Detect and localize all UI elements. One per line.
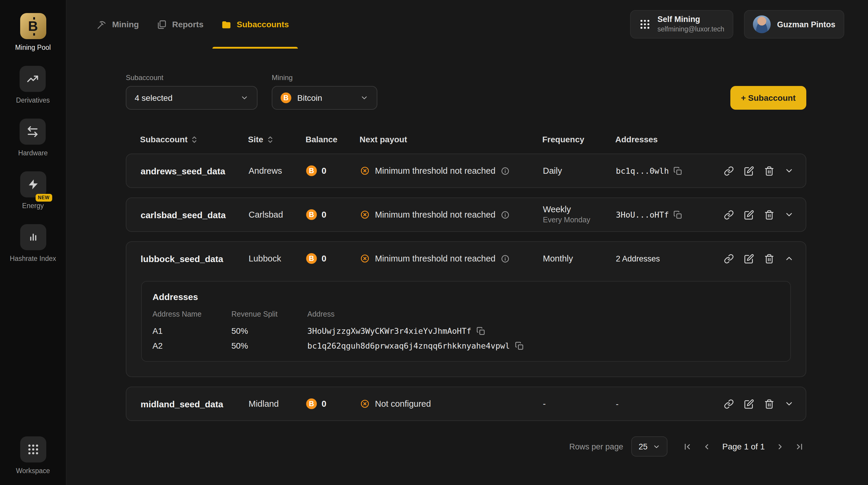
revenue-split: 50% — [231, 341, 307, 350]
next-page-button[interactable] — [773, 440, 787, 453]
sidebar: B Mining Pool Derivatives Hardware NEW E… — [0, 0, 66, 485]
edit-icon[interactable] — [744, 166, 754, 176]
filters-bar: Subaccount 4 selected Mining B Bitcoin — [126, 73, 806, 110]
trash-icon[interactable] — [764, 209, 774, 220]
avatar — [753, 15, 770, 33]
addresses-panel-title: Addresses — [153, 292, 780, 302]
header-site[interactable]: Site — [248, 135, 306, 144]
app-root: B Mining Pool Derivatives Hardware NEW E… — [0, 0, 868, 485]
address-name: A1 — [153, 326, 231, 335]
sort-icon[interactable] — [267, 135, 273, 144]
workspace-dots-icon — [639, 19, 651, 30]
last-page-button[interactable] — [793, 440, 806, 453]
payout-status: Not configured — [375, 399, 431, 409]
bitcoin-coin-icon: B — [306, 398, 317, 409]
workspace-dots-icon — [20, 437, 46, 462]
sidebar-item-label: Hashrate Index — [10, 255, 56, 262]
collapse-chevron-icon[interactable] — [784, 254, 794, 263]
subaccount-filter-select[interactable]: 4 selected — [126, 86, 257, 110]
info-icon[interactable] — [501, 254, 509, 263]
table-body: andrews_seed_data Andrews B0 Minimum thr… — [126, 154, 806, 421]
info-icon[interactable] — [501, 166, 509, 175]
subaccount-name: carlsbad_seed_data — [141, 209, 249, 220]
tab-label: Mining — [112, 20, 139, 29]
header-next-payout: Next payout — [360, 135, 542, 144]
link-icon[interactable] — [724, 254, 734, 263]
sidebar-item-label: Mining Pool — [15, 44, 51, 51]
user-name: Guzman Pintos — [777, 20, 835, 29]
previous-page-button[interactable] — [701, 440, 714, 453]
pickaxe-icon — [97, 19, 107, 29]
bitcoin-icon: B — [20, 13, 46, 39]
subaccount-name: lubbock_seed_data — [141, 254, 249, 263]
link-icon[interactable] — [724, 209, 734, 220]
sidebar-item-workspace[interactable]: Workspace — [16, 437, 50, 474]
sidebar-item-energy[interactable]: NEW Energy — [20, 171, 46, 209]
header-balance: Balance — [306, 135, 360, 144]
site-name: Midland — [249, 399, 306, 409]
rows-per-page-select[interactable]: 25 — [631, 437, 668, 457]
sidebar-item-hashrate-index[interactable]: Hashrate Index — [10, 224, 56, 262]
tab-mining[interactable]: Mining — [88, 0, 148, 48]
payout-status: Minimum threshold not reached — [375, 254, 495, 263]
copy-icon[interactable] — [674, 210, 683, 219]
sidebar-item-derivatives[interactable]: Derivatives — [16, 66, 50, 104]
addresses-panel: Addresses Address Name Revenue Split Add… — [141, 281, 791, 362]
address-full: bc1q262qguh8d6prwxaq6j4znqq6rhkknyahe4vp… — [307, 341, 510, 350]
top-nav: Mining Reports Subaccounts — [66, 0, 868, 48]
edit-icon[interactable] — [744, 209, 754, 220]
frequency: Weekly — [543, 204, 616, 216]
workspace-name: Self Mining — [657, 15, 724, 25]
payout-status: Minimum threshold not reached — [375, 166, 495, 175]
trash-icon[interactable] — [764, 254, 774, 263]
warning-circle-x-icon — [360, 166, 370, 175]
address-row: A2 50% bc1q262qguh8d6prwxaq6j4znqq6rhkkn… — [153, 341, 780, 350]
header-subaccount[interactable]: Subaccount — [140, 135, 248, 144]
panel-header-address: Address — [307, 310, 780, 318]
expand-chevron-icon[interactable] — [784, 399, 794, 409]
expand-chevron-icon[interactable] — [784, 166, 794, 175]
tab-subaccounts[interactable]: Subaccounts — [212, 0, 298, 48]
addresses-empty: - — [616, 399, 720, 408]
chevron-down-icon — [653, 443, 661, 450]
sidebar-item-mining-pool[interactable]: B Mining Pool — [15, 13, 51, 51]
header-addresses: Addresses — [615, 135, 719, 144]
page-indicator: Page 1 of 1 — [722, 442, 765, 451]
expand-chevron-icon[interactable] — [784, 210, 794, 219]
sidebar-item-hardware[interactable]: Hardware — [18, 119, 48, 157]
sidebar-item-label: Energy — [22, 202, 44, 209]
balance-value: 0 — [321, 210, 326, 219]
subaccount-filter-label: Subaccount — [126, 73, 257, 82]
balance-value: 0 — [321, 399, 326, 409]
subaccount-filter-value: 4 selected — [135, 93, 173, 103]
table-row: carlsbad_seed_data Carlsbad B0 Minimum t… — [126, 197, 806, 232]
sidebar-item-label: Workspace — [16, 467, 50, 474]
trash-icon[interactable] — [764, 166, 774, 176]
add-subaccount-button[interactable]: + Subaccount — [731, 86, 806, 110]
pagination-bar: Rows per page 25 Page 1 of 1 — [126, 437, 806, 457]
user-menu[interactable]: Guzman Pintos — [744, 10, 844, 38]
link-icon[interactable] — [724, 166, 734, 176]
table-header: Subaccount Site Balance Next payout Freq… — [126, 129, 806, 150]
first-page-button[interactable] — [681, 440, 694, 453]
chevron-down-icon — [360, 94, 368, 102]
tab-reports[interactable]: Reports — [148, 0, 212, 48]
mining-filter-select[interactable]: B Bitcoin — [272, 86, 377, 110]
payout-status: Minimum threshold not reached — [375, 210, 495, 219]
link-icon[interactable] — [724, 399, 734, 409]
trash-icon[interactable] — [764, 399, 774, 409]
info-icon[interactable] — [501, 210, 509, 219]
derivatives-chart-icon — [20, 66, 46, 92]
bitcoin-coin-icon: B — [306, 253, 317, 264]
lightning-icon: NEW — [20, 171, 46, 197]
copy-icon[interactable] — [515, 341, 524, 350]
copy-icon[interactable] — [477, 326, 486, 335]
subaccount-name: midland_seed_data — [141, 399, 249, 409]
edit-icon[interactable] — [744, 399, 754, 409]
sort-icon[interactable] — [191, 135, 197, 144]
copy-icon[interactable] — [674, 166, 683, 175]
chevron-down-icon — [240, 94, 249, 102]
edit-icon[interactable] — [744, 254, 754, 263]
revenue-split: 50% — [231, 326, 307, 335]
workspace-switcher[interactable]: Self Mining selfmining@luxor.tech — [630, 10, 733, 38]
